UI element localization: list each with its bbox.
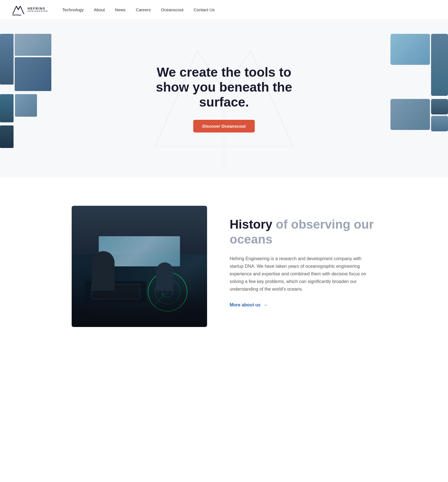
hero-left-image-6	[0, 125, 14, 148]
arrow-right-icon: →	[263, 302, 268, 308]
nav-links: Technology About News Careers Oceanscout…	[62, 7, 215, 12]
hero-title: We create the tools to show you beneath …	[145, 65, 303, 110]
hero-left-image-1	[0, 34, 14, 85]
nav-news[interactable]: News	[115, 7, 126, 12]
logo[interactable]: HEFRING ENGINEERING HEFRING ENGINEERING	[11, 3, 48, 16]
nav-technology[interactable]: Technology	[62, 7, 84, 12]
hero-left-image-2	[15, 34, 51, 56]
hero-left-image-3	[15, 57, 51, 91]
discover-oceanscout-button[interactable]: Discover Oceanscout	[193, 120, 254, 132]
about-content: History of observing our oceans Hefring …	[230, 206, 376, 308]
hero-left-image-5	[15, 94, 37, 117]
image-overlay	[72, 291, 207, 327]
hero-right-image-1	[390, 34, 430, 65]
hero-images-left	[0, 34, 51, 148]
nav-contact[interactable]: Contact Us	[194, 7, 215, 12]
hero-right-image-4	[431, 99, 448, 114]
nav-oceanscout[interactable]: Oceanscout	[161, 7, 183, 12]
hero-section: We create the tools to show you beneath …	[0, 20, 448, 178]
hero-right-image-3	[390, 99, 430, 130]
hero-right-image-5	[431, 116, 448, 131]
more-about-us-link[interactable]: More about us →	[230, 302, 268, 308]
about-title: History of observing our oceans	[230, 217, 376, 247]
hero-center: We create the tools to show you beneath …	[139, 54, 309, 144]
person-silhouette-2	[156, 262, 173, 291]
main-nav: HEFRING ENGINEERING HEFRING ENGINEERING …	[0, 0, 448, 20]
person-silhouette-1	[92, 251, 115, 291]
hero-images-right	[390, 34, 448, 131]
more-link-label: More about us	[230, 302, 260, 308]
about-section: History of observing our oceans Hefring …	[0, 178, 448, 366]
hero-right-image-2	[431, 34, 448, 96]
nav-about[interactable]: About	[94, 7, 105, 12]
nav-careers[interactable]: Careers	[136, 7, 151, 12]
svg-text:HEFRING: HEFRING	[12, 14, 21, 16]
logo-subtitle: ENGINEERING	[28, 10, 48, 13]
about-image	[72, 206, 207, 327]
hero-left-image-4	[0, 94, 14, 122]
about-title-dark: History	[230, 217, 273, 231]
about-description: Hefring Engineering is a research and de…	[230, 255, 376, 293]
logo-icon: HEFRING ENGINEERING	[11, 3, 25, 16]
